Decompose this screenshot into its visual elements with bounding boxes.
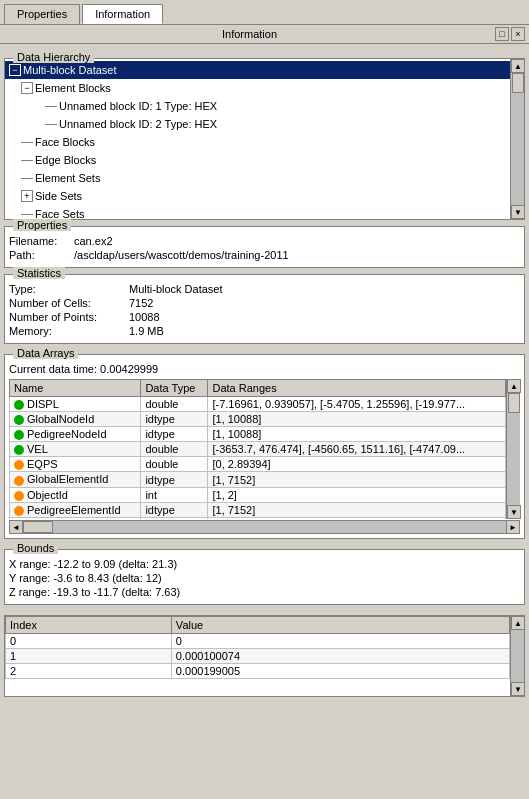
tree-view[interactable]: − Multi-block Dataset − Element Blocks U…: [5, 59, 510, 219]
stat-type: Type: Multi-block Dataset: [9, 283, 520, 295]
tree-item[interactable]: Unnamed block ID: 1 Type: HEX: [5, 97, 510, 115]
collapse-icon[interactable]: −: [9, 64, 21, 76]
property-filename: Filename: can.ex2: [9, 235, 520, 247]
tab-bar: Properties Information: [0, 0, 529, 25]
dash-icon: [45, 124, 57, 125]
panel-header-buttons: □ ×: [495, 27, 525, 41]
tab-information[interactable]: Information: [82, 4, 163, 24]
collapse-icon[interactable]: −: [21, 82, 33, 94]
stat-memory: Memory: 1.9 MB: [9, 325, 520, 337]
table-row[interactable]: EQPS double [0, 2.89394]: [10, 457, 506, 472]
bounds-y: Y range: -3.6 to 8.43 (delta: 12): [9, 572, 520, 584]
table-row[interactable]: GlobalElementId idtype [1, 7152]: [10, 472, 506, 487]
table-scroll-down-btn[interactable]: ▼: [507, 505, 521, 519]
table-scroll-up-btn[interactable]: ▲: [507, 379, 521, 393]
scroll-track: [511, 73, 524, 205]
stat-cells: Number of Cells: 7152: [9, 297, 520, 309]
table-row[interactable]: GlobalNodeId idtype [1, 10088]: [10, 412, 506, 427]
tab-properties[interactable]: Properties: [4, 4, 80, 24]
h-scroll-left-btn[interactable]: ◄: [9, 520, 23, 534]
row-icon-orange: [14, 506, 24, 516]
h-scroll-right-btn[interactable]: ►: [506, 520, 520, 534]
bounds-x: X range: -12.2 to 9.09 (delta: 21.3): [9, 558, 520, 570]
table-scrollbar-v[interactable]: ▲ ▼: [506, 379, 520, 519]
col-value: Value: [171, 617, 509, 634]
table-row[interactable]: 1 0.000100074: [6, 649, 510, 664]
index-value-table: Index Value 0 0 1 0.000100074: [5, 616, 510, 679]
row-icon-green: [14, 415, 24, 425]
scroll-up-btn[interactable]: ▲: [511, 59, 525, 73]
property-path: Path: /ascldap/users/wascott/demos/train…: [9, 249, 520, 261]
col-ranges: Data Ranges: [208, 380, 506, 397]
col-name: Name: [10, 380, 141, 397]
row-icon-green: [14, 445, 24, 455]
tree-item[interactable]: Face Sets: [5, 205, 510, 219]
bounds-z: Z range: -19.3 to -11.7 (delta: 7.63): [9, 586, 520, 598]
col-index: Index: [6, 617, 172, 634]
tree-item[interactable]: Edge Blocks: [5, 151, 510, 169]
table-row[interactable]: DISPL double [-7.16961, 0.939057], [-5.4…: [10, 397, 506, 412]
bounds-label: Bounds: [13, 542, 58, 554]
h-scroll-thumb[interactable]: [23, 521, 53, 533]
data-arrays-label: Data Arrays: [13, 347, 78, 359]
close-button[interactable]: ×: [511, 27, 525, 41]
bottom-table-scrollbar-v[interactable]: ▲ ▼: [510, 616, 524, 696]
panel-title: Information: [4, 28, 495, 40]
current-data-time: Current data time: 0.00429999: [9, 363, 520, 375]
panel-header: Information □ ×: [0, 25, 529, 44]
dash-icon: [21, 142, 33, 143]
expand-icon[interactable]: +: [21, 190, 33, 202]
table-scroll-track: [507, 393, 520, 505]
tree-scrollbar-v[interactable]: ▲ ▼: [510, 59, 524, 219]
data-arrays-table: Name Data Type Data Ranges DISPL double …: [9, 379, 506, 519]
tree-item[interactable]: + Side Sets: [5, 187, 510, 205]
tree-item[interactable]: Unnamed block ID: 2 Type: HEX: [5, 115, 510, 133]
stat-points: Number of Points: 10088: [9, 311, 520, 323]
dash-icon: [45, 106, 57, 107]
statistics-label: Statistics: [13, 267, 65, 279]
tree-item[interactable]: − Element Blocks: [5, 79, 510, 97]
bottom-scroll-track: [511, 630, 524, 682]
table-row[interactable]: 0 0: [6, 634, 510, 649]
table-scroll-thumb[interactable]: [508, 393, 520, 413]
row-icon-green: [14, 430, 24, 440]
table-row[interactable]: PedigreeNodeId idtype [1, 10088]: [10, 427, 506, 442]
bottom-scroll-up-btn[interactable]: ▲: [511, 616, 525, 630]
scroll-down-btn[interactable]: ▼: [511, 205, 525, 219]
scroll-thumb[interactable]: [512, 73, 524, 93]
tree-item[interactable]: − Multi-block Dataset: [5, 61, 510, 79]
tree-item[interactable]: Element Sets: [5, 169, 510, 187]
table-row[interactable]: 2 0.000199005: [6, 664, 510, 679]
table-row[interactable]: VEL double [-3653.7, 476.474], [-4560.65…: [10, 442, 506, 457]
bottom-scroll-down-btn[interactable]: ▼: [511, 682, 525, 696]
minimize-button[interactable]: □: [495, 27, 509, 41]
row-icon-green: [14, 400, 24, 410]
row-icon-orange: [14, 491, 24, 501]
dash-icon: [21, 178, 33, 179]
table-scrollbar-h[interactable]: ◄ ►: [9, 520, 520, 534]
data-hierarchy-label: Data Hierarchy: [13, 51, 94, 63]
table-row[interactable]: ObjectId int [1, 2]: [10, 487, 506, 502]
dash-icon: [21, 214, 33, 215]
row-icon-orange: [14, 476, 24, 486]
main-content: Data Hierarchy − Multi-block Dataset − E…: [0, 44, 529, 701]
table-row[interactable]: PedigreeElementId idtype [1, 7152]: [10, 502, 506, 517]
table-row[interactable]: KE double [1.46764e+06, 2.96e+06]: [10, 517, 506, 519]
properties-label: Properties: [13, 219, 71, 231]
col-datatype: Data Type: [141, 380, 208, 397]
row-icon-orange: [14, 460, 24, 470]
tree-item[interactable]: Face Blocks: [5, 133, 510, 151]
dash-icon: [21, 160, 33, 161]
